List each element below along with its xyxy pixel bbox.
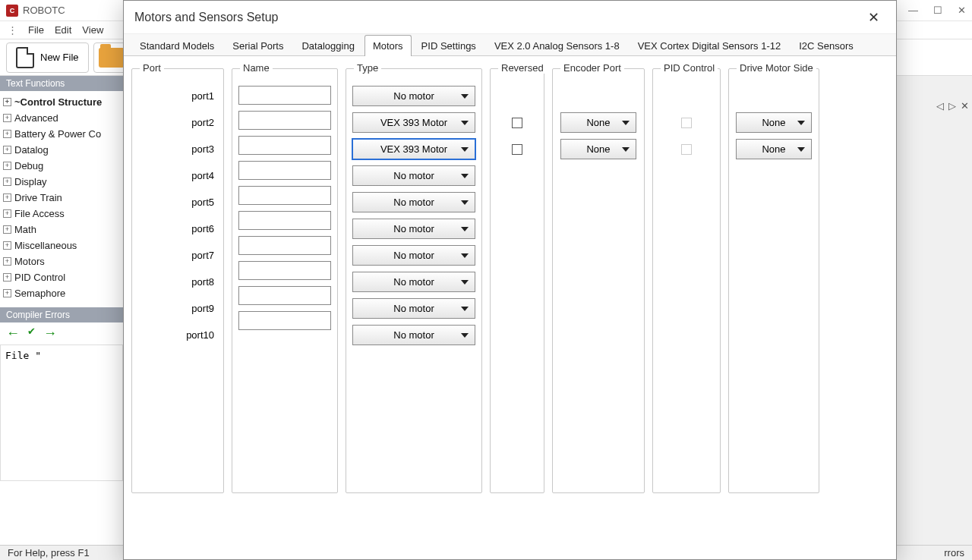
encoder-dropdown-port3[interactable]: None [560, 139, 636, 159]
tree-item-6[interactable]: +Drive Train [0, 190, 123, 206]
tab-serial-ports[interactable]: Serial Ports [224, 35, 292, 56]
menu-edit[interactable]: Edit [55, 24, 71, 36]
chevron-down-icon [461, 200, 469, 205]
tab-datalogging[interactable]: Datalogging [293, 35, 362, 56]
type-dropdown-port10[interactable]: No motor [352, 325, 475, 345]
tree-item-0[interactable]: +~Control Structure [0, 94, 123, 110]
type-dropdown-port8[interactable]: No motor [352, 272, 475, 292]
name-input-port5[interactable] [238, 186, 331, 205]
tab-close-icon[interactable]: ✕ [961, 100, 969, 112]
type-dropdown-port4[interactable]: No motor [352, 165, 475, 186]
port-label-5: port5 [138, 192, 217, 212]
drive-value: None [762, 143, 785, 155]
name-input-port9[interactable] [238, 286, 331, 305]
tree-item-5[interactable]: +Display [0, 174, 123, 190]
expand-icon[interactable]: + [3, 273, 11, 282]
tree-item-1[interactable]: +Advanced [0, 110, 123, 126]
prev-arrow-icon[interactable]: ← [6, 326, 20, 341]
pid-legend: PID Control [661, 62, 718, 74]
type-dropdown-port7[interactable]: No motor [352, 245, 475, 266]
next-arrow-icon[interactable]: → [43, 326, 57, 341]
type-dropdown-port2[interactable]: VEX 393 Motor [352, 112, 475, 133]
name-input-port2[interactable] [238, 111, 331, 130]
tab-motors[interactable]: Motors [364, 35, 412, 56]
type-dropdown-port3[interactable]: VEX 393 Motor [352, 139, 475, 159]
text-functions-tree: +~Control Structure+Advanced+Battery & P… [0, 91, 123, 304]
expand-icon[interactable]: + [3, 241, 11, 250]
tab-vex-cortex-digital-sensors-1-12[interactable]: VEX Cortex Digital Sensors 1-12 [630, 35, 790, 56]
new-file-button[interactable]: New File [6, 42, 89, 73]
name-input-port1[interactable] [238, 86, 331, 105]
pid-checkbox-port3 [681, 144, 692, 155]
expand-icon[interactable]: + [3, 146, 11, 154]
drive-dropdown-port3[interactable]: None [736, 139, 812, 159]
tab-prev-icon[interactable]: ◁ [936, 100, 944, 112]
minimize-icon[interactable]: — [908, 5, 918, 16]
type-dropdown-port6[interactable]: No motor [352, 219, 475, 239]
expand-icon[interactable]: + [3, 178, 11, 186]
expand-icon[interactable]: + [3, 130, 11, 138]
compiler-nav: ← ✔ → [0, 322, 123, 344]
check-icon[interactable]: ✔ [27, 326, 36, 341]
expand-icon[interactable]: + [3, 114, 11, 122]
type-value: VEX 393 Motor [380, 117, 447, 128]
maximize-icon[interactable]: ☐ [933, 5, 942, 16]
menu-view[interactable]: View [82, 24, 103, 36]
name-group: Name [232, 68, 338, 493]
reversed-checkbox-port2[interactable] [512, 118, 522, 128]
expand-icon[interactable]: + [3, 225, 11, 234]
type-dropdown-port9[interactable]: No motor [352, 298, 475, 319]
name-input-port3[interactable] [238, 136, 331, 155]
drive-group: Drive Motor Side NoneNone [728, 68, 819, 493]
tree-item-7[interactable]: +File Access [0, 206, 123, 222]
expand-icon[interactable]: + [3, 209, 11, 218]
port-label-3: port3 [138, 139, 217, 159]
tree-item-label: Debug [14, 160, 43, 171]
expand-icon[interactable]: + [3, 162, 11, 170]
tree-item-label: Math [14, 224, 36, 235]
folder-icon [99, 48, 125, 68]
reversed-checkbox-port3[interactable] [512, 144, 522, 155]
tree-item-9[interactable]: +Miscellaneous [0, 238, 123, 253]
expand-icon[interactable]: + [3, 193, 11, 202]
encoder-value: None [586, 117, 610, 128]
tree-item-3[interactable]: +Datalog [0, 142, 123, 158]
expand-icon[interactable]: + [3, 98, 11, 106]
reversed-legend: Reversed [498, 62, 547, 74]
type-dropdown-port5[interactable]: No motor [352, 192, 475, 212]
encoder-value: None [586, 143, 610, 155]
tree-item-11[interactable]: +PID Control [0, 269, 123, 285]
name-input-port7[interactable] [238, 236, 331, 255]
tree-item-label: File Access [14, 208, 65, 219]
tree-item-12[interactable]: +Semaphore [0, 285, 123, 301]
type-value: No motor [393, 197, 434, 208]
tree-item-4[interactable]: +Debug [0, 158, 123, 174]
chevron-down-icon [461, 253, 469, 258]
port-legend: Port [140, 62, 164, 74]
tab-pid-settings[interactable]: PID Settings [413, 35, 484, 56]
chevron-down-icon [797, 147, 805, 152]
name-input-port8[interactable] [238, 261, 331, 280]
tree-item-2[interactable]: +Battery & Power Co [0, 126, 123, 142]
drive-dropdown-port2[interactable]: None [736, 112, 812, 133]
tab-standard-models[interactable]: Standard Models [131, 35, 222, 56]
expand-icon[interactable]: + [3, 289, 11, 297]
chevron-down-icon [797, 121, 805, 125]
tab-i2c-sensors[interactable]: I2C Sensors [791, 35, 862, 56]
tree-item-8[interactable]: +Math [0, 222, 123, 238]
close-icon[interactable]: ✕ [958, 5, 966, 16]
name-input-port4[interactable] [238, 161, 331, 180]
menu-file[interactable]: File [28, 24, 44, 36]
tab-vex-2-0-analog-sensors-1-8[interactable]: VEX 2.0 Analog Sensors 1-8 [486, 35, 628, 56]
type-dropdown-port1[interactable]: No motor [352, 86, 475, 106]
name-input-port6[interactable] [238, 211, 331, 230]
encoder-dropdown-port2[interactable]: None [560, 112, 636, 133]
port-group: Port port1port2port3port4port5port6port7… [131, 68, 224, 493]
expand-icon[interactable]: + [3, 257, 11, 266]
tab-next-icon[interactable]: ▷ [948, 100, 956, 112]
pid-group: PID Control [652, 68, 721, 493]
dialog-close-button[interactable]: ✕ [862, 6, 885, 29]
tree-item-10[interactable]: +Motors [0, 253, 123, 269]
chevron-down-icon [461, 147, 469, 152]
name-input-port10[interactable] [238, 311, 331, 330]
